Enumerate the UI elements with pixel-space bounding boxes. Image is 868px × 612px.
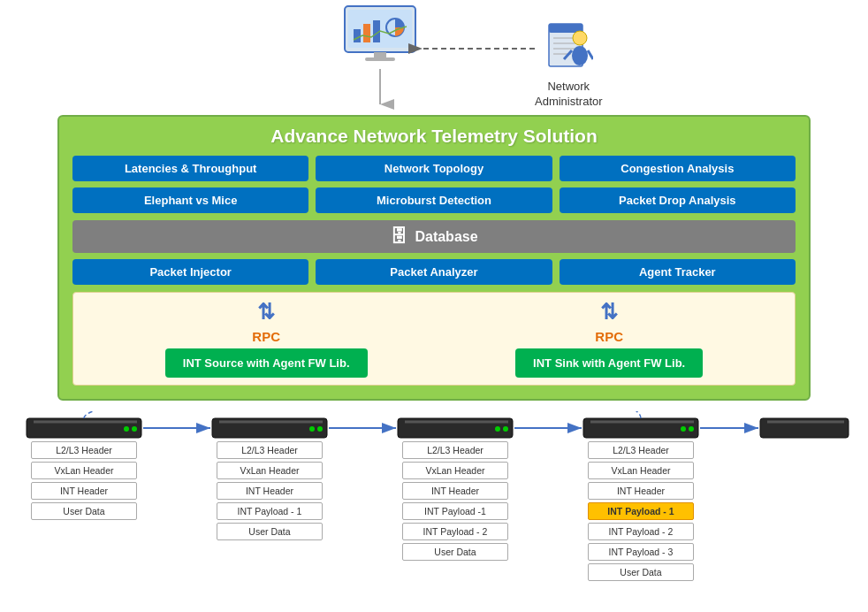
pkt-card: L2/L3 Header: [402, 441, 508, 459]
switch-3-packets: L2/L3 Header VxLan Header INT Header INT…: [398, 441, 513, 561]
svg-point-23: [124, 426, 129, 432]
pkt-card: L2/L3 Header: [31, 441, 137, 459]
btn-microburst[interactable]: Microburst Detection: [316, 187, 552, 213]
rpc-arrow-left: ⇅: [257, 300, 275, 325]
pkt-card: INT Payload - 3: [588, 543, 694, 561]
pkt-card: User Data: [217, 523, 323, 540]
pkt-card: INT Payload -1: [402, 502, 508, 520]
svg-point-27: [309, 426, 315, 432]
pkt-card: L2/L3 Header: [588, 441, 694, 459]
svg-point-35: [681, 426, 686, 432]
pkt-card: INT Payload - 2: [588, 523, 694, 540]
buttons-row-1: Latencies & Throughput Network Topology …: [72, 156, 796, 181]
database-label: Database: [415, 229, 477, 245]
btn-packet-injector[interactable]: Packet Injector: [72, 259, 308, 285]
btn-congestion[interactable]: Congestion Analysis: [560, 156, 796, 181]
svg-point-26: [317, 426, 323, 432]
pkt-card: INT Header: [402, 482, 508, 500]
main-box: Advance Network Telemetry Solution Laten…: [57, 115, 811, 401]
svg-point-31: [495, 426, 500, 432]
pkt-card: INT Header: [217, 482, 323, 500]
main-title: Advance Network Telemetry Solution: [72, 126, 796, 147]
btn-int-sink[interactable]: INT Sink with Agent FW Lib.: [515, 348, 703, 378]
pkt-card: VxLan Header: [31, 462, 137, 479]
pkt-card: VxLan Header: [402, 462, 508, 479]
svg-point-22: [132, 426, 137, 432]
database-row: 🗄 Database: [72, 220, 796, 253]
rpc-arrow-right: ⇅: [600, 300, 618, 325]
svg-point-30: [503, 426, 508, 432]
btn-elephant[interactable]: Elephant vs Mice: [72, 187, 308, 213]
pkt-card-highlighted: INT Payload - 1: [588, 502, 694, 520]
svg-point-34: [689, 426, 694, 432]
pkt-card: User Data: [588, 563, 694, 581]
pkt-card: INT Header: [588, 482, 694, 500]
btn-agent-tracker[interactable]: Agent Tracker: [560, 259, 796, 285]
btn-network-topology[interactable]: Network Topology: [316, 156, 552, 181]
switch-2-packets: L2/L3 Header VxLan Header INT Header INT…: [212, 441, 327, 540]
switch-4-packets: L2/L3 Header VxLan Header INT Header INT…: [583, 441, 698, 581]
fw-section-right: ⇅ RPC INT Sink with Agent FW Lib.: [515, 300, 703, 378]
buttons-row-3: Packet Injector Packet Analyzer Agent Tr…: [72, 259, 796, 285]
network-diagram: L2/L3 Header VxLan Header INT Header Use…: [0, 411, 868, 606]
btn-latencies[interactable]: Latencies & Throughput: [72, 156, 308, 181]
rpc-label-right: RPC: [595, 329, 623, 344]
pkt-card: INT Payload - 2: [402, 523, 508, 540]
fw-section-left: ⇅ RPC INT Source with Agent FW Lib.: [165, 300, 368, 378]
switch-1-packets: L2/L3 Header VxLan Header INT Header Use…: [27, 441, 141, 520]
btn-packet-drop[interactable]: Packet Drop Analysis: [560, 187, 796, 213]
pkt-card: INT Payload - 1: [217, 502, 323, 520]
fw-row: ⇅ RPC INT Source with Agent FW Lib. ⇅ RP…: [72, 292, 796, 386]
admin-to-monitor-arrow: [0, 0, 868, 115]
pkt-card: User Data: [402, 543, 508, 561]
pkt-card: VxLan Header: [217, 462, 323, 479]
buttons-row-2: Elephant vs Mice Microburst Detection Pa…: [72, 187, 796, 213]
pkt-card: VxLan Header: [588, 462, 694, 479]
rpc-label-left: RPC: [252, 329, 280, 344]
btn-int-source[interactable]: INT Source with Agent FW Lib.: [165, 348, 368, 378]
pkt-card: User Data: [31, 502, 137, 520]
btn-packet-analyzer[interactable]: Packet Analyzer: [316, 259, 552, 285]
pkt-card: L2/L3 Header: [217, 441, 323, 459]
pkt-card: INT Header: [31, 482, 137, 500]
database-icon: 🗄: [390, 226, 407, 247]
